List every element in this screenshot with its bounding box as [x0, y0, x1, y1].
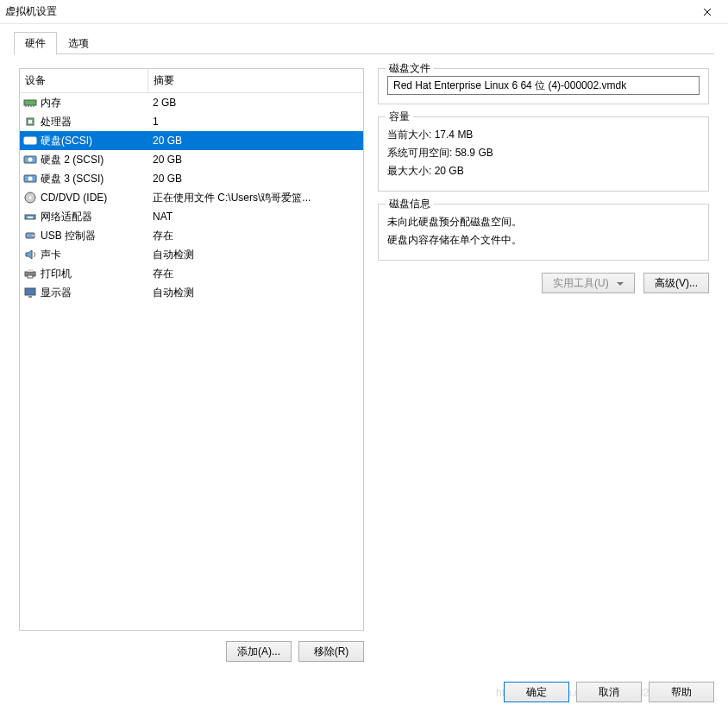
titlebar: 虚拟机设置 [0, 0, 728, 24]
capacity-max-label: 最大大小: [387, 165, 431, 177]
cancel-button[interactable]: 取消 [576, 682, 642, 702]
device-name: 硬盘 2 (SCSI) [41, 153, 149, 167]
footer-buttons: 确定 取消 帮助 [504, 682, 714, 702]
svg-rect-2 [28, 120, 32, 123]
svg-rect-18 [25, 288, 35, 295]
device-summary: NAT [149, 211, 361, 223]
detail-column: 磁盘文件 容量 当前大小: 17.4 MB 系统可用空间: 58.9 GB 最大… [378, 68, 709, 662]
capacity-current-value: 17.4 MB [435, 129, 474, 141]
svg-rect-19 [28, 296, 32, 298]
device-name: USB 控制器 [41, 229, 149, 243]
advanced-button[interactable]: 高级(V)... [643, 273, 709, 293]
device-summary: 存在 [149, 267, 361, 281]
svg-rect-12 [28, 217, 33, 218]
device-name: 硬盘(SCSI) [41, 134, 149, 148]
close-icon [703, 8, 712, 16]
svg-point-8 [28, 177, 33, 181]
panel-area: 设备 摘要 内存2 GB处理器1硬盘(SCSI)20 GB硬盘 2 (SCSI)… [14, 54, 714, 662]
capacity-legend: 容量 [386, 110, 413, 124]
ok-button[interactable]: 确定 [504, 682, 569, 702]
hardware-column: 设备 摘要 内存2 GB处理器1硬盘(SCSI)20 GB硬盘 2 (SCSI)… [19, 68, 364, 662]
device-summary: 20 GB [149, 135, 361, 147]
device-name: 硬盘 3 (SCSI) [41, 172, 149, 186]
memory-icon [22, 96, 39, 110]
display-icon [22, 286, 39, 299]
add-button[interactable]: 添加(A)... [226, 641, 292, 662]
device-summary: 20 GB [149, 154, 361, 166]
content-area: 硬件 选项 设备 摘要 内存2 GB处理器1硬盘(SCSI)20 GB硬盘 2 … [0, 24, 728, 669]
hardware-buttons: 添加(A)... 移除(R) [19, 641, 364, 662]
disk-info-line1: 未向此硬盘预分配磁盘空间。 [387, 215, 700, 230]
chevron-down-icon [617, 282, 624, 286]
device-name: 网络适配器 [41, 210, 149, 224]
capacity-current: 当前大小: 17.4 MB [387, 128, 700, 142]
svg-rect-16 [28, 269, 33, 272]
help-button[interactable]: 帮助 [649, 682, 714, 702]
device-summary: 20 GB [149, 173, 361, 185]
hardware-row[interactable]: 内存2 GB [20, 93, 363, 112]
hardware-row[interactable]: 硬盘 2 (SCSI)20 GB [20, 150, 363, 169]
hardware-list-body[interactable]: 内存2 GB处理器1硬盘(SCSI)20 GB硬盘 2 (SCSI)20 GB硬… [20, 93, 363, 630]
disk-file-legend: 磁盘文件 [386, 61, 434, 76]
detail-buttons: 实用工具(U) 高级(V)... [378, 273, 709, 293]
tab-hardware[interactable]: 硬件 [14, 32, 57, 54]
svg-rect-0 [24, 100, 36, 105]
device-summary: 正在使用文件 C:\Users\鸡哥爱篮... [149, 191, 361, 205]
disk-file-input[interactable] [387, 76, 700, 95]
disk-file-group: 磁盘文件 [378, 68, 709, 104]
hardware-row[interactable]: 硬盘(SCSI)20 GB [20, 131, 363, 150]
disk-info-group: 磁盘信息 未向此硬盘预分配磁盘空间。 硬盘内容存储在单个文件中。 [378, 204, 709, 261]
disk-info-legend: 磁盘信息 [386, 197, 434, 211]
tab-options[interactable]: 选项 [57, 32, 100, 54]
close-button[interactable] [693, 3, 721, 22]
usb-icon [22, 229, 39, 242]
hardware-row[interactable]: 处理器1 [20, 112, 363, 131]
hardware-row[interactable]: 声卡自动检测 [20, 245, 363, 264]
capacity-max: 最大大小: 20 GB [387, 164, 700, 179]
device-name: 内存 [41, 96, 149, 110]
disk-icon [22, 172, 39, 186]
svg-point-10 [29, 197, 32, 199]
disk-info-line2: 硬盘内容存储在单个文件中。 [387, 233, 700, 248]
disk-icon [22, 153, 39, 167]
hardware-row[interactable]: 硬盘 3 (SCSI)20 GB [20, 169, 363, 188]
hardware-row[interactable]: 网络适配器NAT [20, 207, 363, 226]
capacity-free-value: 58.9 GB [455, 147, 493, 159]
device-summary: 1 [149, 116, 361, 128]
device-summary: 2 GB [149, 97, 361, 109]
header-device[interactable]: 设备 [20, 69, 147, 92]
remove-button[interactable]: 移除(R) [298, 641, 364, 662]
svg-point-4 [28, 139, 33, 143]
window-title: 虚拟机设置 [5, 4, 57, 19]
capacity-free: 系统可用空间: 58.9 GB [387, 146, 700, 160]
svg-rect-14 [32, 235, 35, 236]
hardware-row[interactable]: USB 控制器存在 [20, 226, 363, 245]
cd-icon [22, 191, 39, 204]
capacity-group: 容量 当前大小: 17.4 MB 系统可用空间: 58.9 GB 最大大小: 2… [378, 116, 709, 192]
printer-icon [22, 267, 39, 280]
device-name: 显示器 [41, 286, 149, 300]
capacity-max-value: 20 GB [435, 165, 464, 177]
capacity-free-label: 系统可用空间: [387, 147, 452, 159]
device-summary: 自动检测 [149, 248, 361, 262]
svg-point-6 [28, 158, 33, 162]
hardware-row[interactable]: 显示器自动检测 [20, 283, 363, 302]
device-summary: 自动检测 [149, 286, 361, 300]
disk-icon [22, 134, 39, 148]
device-name: 打印机 [41, 267, 149, 281]
hardware-row[interactable]: CD/DVD (IDE)正在使用文件 C:\Users\鸡哥爱篮... [20, 188, 363, 207]
hardware-list: 设备 摘要 内存2 GB处理器1硬盘(SCSI)20 GB硬盘 2 (SCSI)… [19, 68, 364, 631]
device-name: 处理器 [41, 115, 149, 129]
capacity-current-label: 当前大小: [387, 129, 431, 141]
hardware-row[interactable]: 打印机存在 [20, 264, 363, 283]
utilities-label: 实用工具(U) [553, 277, 609, 289]
device-name: CD/DVD (IDE) [41, 192, 149, 204]
header-summary[interactable]: 摘要 [147, 69, 363, 92]
device-name: 声卡 [41, 248, 149, 262]
network-icon [22, 210, 39, 223]
hardware-list-header: 设备 摘要 [20, 69, 363, 93]
sound-icon [22, 248, 39, 261]
tab-bar: 硬件 选项 [14, 31, 714, 54]
cpu-icon [22, 115, 39, 129]
utilities-button[interactable]: 实用工具(U) [542, 273, 635, 293]
